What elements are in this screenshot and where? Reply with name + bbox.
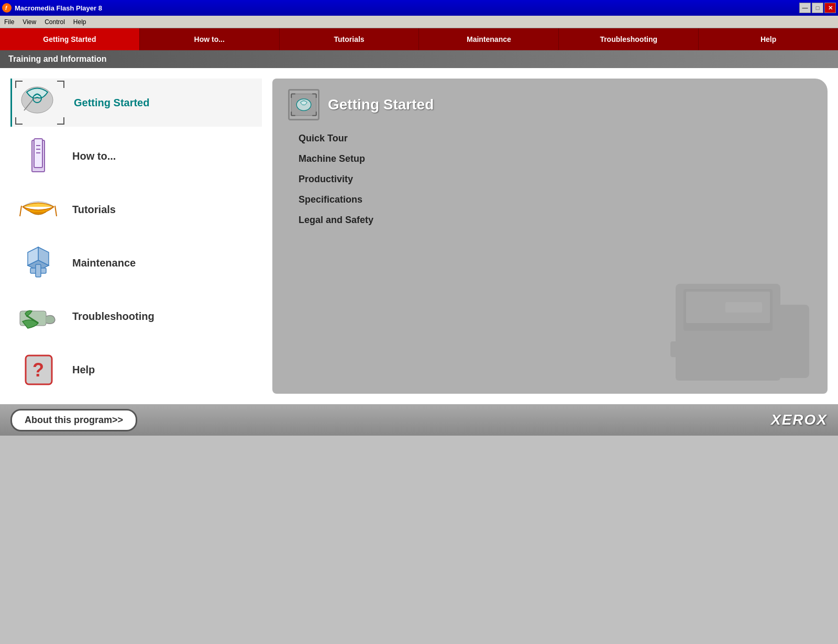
maintenance-icon <box>15 242 62 284</box>
left-menu-tutorials[interactable]: Tutorials <box>10 185 262 234</box>
window-title: Macromedia Flash Player 8 <box>15 4 102 12</box>
section-header: Training and Information <box>0 50 838 68</box>
menu-bar: File View Control Help <box>0 16 838 28</box>
window-controls: — □ ✕ <box>799 3 836 13</box>
maximize-button[interactable]: □ <box>812 3 823 13</box>
close-button[interactable]: ✕ <box>824 3 836 13</box>
left-menu-help-label: Help <box>72 364 95 376</box>
left-panel: Getting Started How to... <box>10 79 262 394</box>
right-panel-links: Quick Tour Machine Setup Productivity Sp… <box>288 133 812 226</box>
nav-bar: Getting Started How to... Tutorials Main… <box>0 28 838 50</box>
left-menu-getting-started[interactable]: Getting Started <box>10 79 262 127</box>
link-productivity[interactable]: Productivity <box>299 174 812 185</box>
troubleshooting-icon <box>15 295 62 337</box>
how-to-icon <box>15 135 62 177</box>
svg-line-10 <box>20 206 21 216</box>
svg-rect-38 <box>725 302 762 313</box>
section-title: Training and Information <box>8 54 107 64</box>
left-menu-maintenance[interactable]: Maintenance <box>10 239 262 287</box>
left-menu-maintenance-label: Maintenance <box>72 257 136 269</box>
left-menu-getting-started-label: Getting Started <box>74 97 149 109</box>
about-button[interactable]: About this program>> <box>10 409 137 431</box>
link-quick-tour[interactable]: Quick Tour <box>299 133 812 144</box>
svg-text:?: ? <box>32 359 44 381</box>
minimize-button[interactable]: — <box>799 3 811 13</box>
link-legal-safety[interactable]: Legal and Safety <box>299 215 812 226</box>
help-icon: ? <box>15 349 62 391</box>
nav-maintenance[interactable]: Maintenance <box>419 28 559 50</box>
nav-help[interactable]: Help <box>699 28 838 50</box>
nav-getting-started[interactable]: Getting Started <box>0 28 140 50</box>
xerox-logo: XEROX <box>771 412 828 428</box>
svg-point-37 <box>704 299 720 315</box>
right-panel-icon <box>288 89 319 120</box>
right-panel: Getting Started Quick Tour Machine Setup… <box>272 79 828 394</box>
menu-control[interactable]: Control <box>45 18 65 26</box>
nav-troubleshooting[interactable]: Troubleshooting <box>559 28 699 50</box>
tutorials-icon <box>15 188 62 230</box>
svg-line-11 <box>55 206 57 216</box>
svg-rect-16 <box>36 264 41 277</box>
link-specifications[interactable]: Specifications <box>299 194 812 205</box>
nav-how-to[interactable]: How to... <box>140 28 280 50</box>
link-machine-setup[interactable]: Machine Setup <box>299 153 812 164</box>
right-panel-title: Getting Started <box>328 96 434 113</box>
left-menu-troubleshooting[interactable]: Troubleshooting <box>10 292 262 340</box>
svg-rect-35 <box>676 354 780 381</box>
svg-rect-36 <box>778 305 809 378</box>
app-icon: f <box>2 3 12 13</box>
title-bar-left: f Macromedia Flash Player 8 <box>2 3 102 13</box>
bottom-bar: About this program>> XEROX <box>0 404 838 436</box>
left-menu-troubleshooting-label: Troubleshooting <box>72 310 155 323</box>
menu-view[interactable]: View <box>23 18 36 26</box>
copier-watermark <box>644 273 822 388</box>
left-menu-tutorials-label: Tutorials <box>72 204 116 216</box>
left-menu-help[interactable]: ? Help <box>10 346 262 394</box>
nav-tutorials[interactable]: Tutorials <box>280 28 420 50</box>
content-area: Getting Started How to... <box>0 68 838 404</box>
title-bar: f Macromedia Flash Player 8 — □ ✕ <box>0 0 838 16</box>
getting-started-icon <box>16 82 63 124</box>
right-panel-header: Getting Started <box>288 89 812 120</box>
menu-help[interactable]: Help <box>73 18 86 26</box>
menu-file[interactable]: File <box>4 18 14 26</box>
left-menu-how-to[interactable]: How to... <box>10 132 262 180</box>
left-menu-how-to-label: How to... <box>72 150 116 162</box>
